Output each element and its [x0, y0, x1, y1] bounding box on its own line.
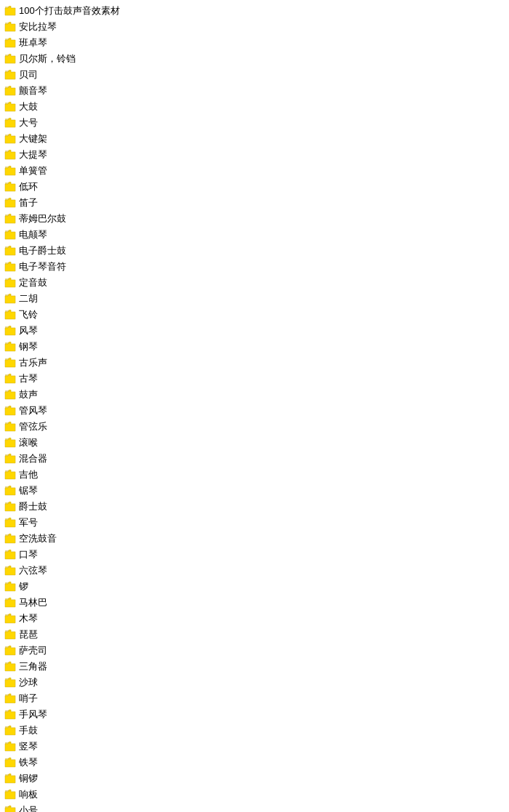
tree-folder-item[interactable]: 琵琶 — [0, 627, 509, 643]
tree-folder-item[interactable]: 大提琴 — [0, 147, 509, 163]
tree-folder-item[interactable]: 萨壳司 — [0, 643, 509, 659]
tree-folder-item[interactable]: 笛子 — [0, 195, 509, 211]
folder-icon — [4, 102, 16, 112]
folder-icon — [4, 662, 16, 672]
tree-folder-item[interactable]: 小号 — [0, 803, 509, 812]
folder-icon — [4, 710, 16, 720]
folder-icon — [4, 454, 16, 464]
item-label: 电子爵士鼓 — [19, 244, 66, 257]
item-label: 颤音琴 — [19, 84, 47, 97]
tree-folder-item[interactable]: 蒂姆巴尔鼓 — [0, 211, 509, 227]
folder-icon — [4, 438, 16, 448]
tree-folder-item[interactable]: 安比拉琴 — [0, 19, 509, 35]
tree-folder-item[interactable]: 电子琴音符 — [0, 259, 509, 275]
item-label: 铜锣 — [19, 772, 38, 785]
folder-icon — [4, 342, 16, 352]
folder-icon — [4, 470, 16, 480]
folder-icon — [4, 757, 16, 768]
item-label: 哨子 — [19, 692, 38, 705]
tree-folder-item[interactable]: 鼓声 — [0, 387, 509, 403]
folder-icon — [4, 262, 16, 272]
tree-folder-item[interactable]: 混合器 — [0, 451, 509, 467]
tree-folder-item[interactable]: 定音鼓 — [0, 275, 509, 291]
item-label: 100个打击鼓声音效素材 — [19, 4, 120, 17]
item-label: 管风琴 — [19, 404, 47, 417]
tree-folder-item[interactable]: 电颠琴 — [0, 227, 509, 243]
tree-folder-item[interactable]: 大号 — [0, 115, 509, 131]
tree-folder-item[interactable]: 低环 — [0, 179, 509, 195]
tree-folder-item[interactable]: 竖琴 — [0, 739, 509, 755]
tree-folder-item[interactable]: 单簧管 — [0, 163, 509, 179]
folder-icon — [4, 198, 16, 208]
folder-icon — [4, 614, 16, 624]
folder-icon — [4, 773, 16, 784]
tree-folder-item[interactable]: 滚喉 — [0, 435, 509, 451]
item-label: 马林巴 — [19, 596, 47, 609]
tree-folder-item[interactable]: 吉他 — [0, 467, 509, 483]
item-label: 爵士鼓 — [19, 500, 47, 513]
tree-root-item[interactable]: 100个打击鼓声音效素材 — [0, 3, 509, 19]
tree-folder-item[interactable]: 爵士鼓 — [0, 499, 509, 515]
folder-icon — [4, 118, 16, 128]
item-label: 大号 — [19, 116, 38, 129]
tree-folder-item[interactable]: 铜锣 — [0, 771, 509, 787]
tree-folder-item[interactable]: 管弦乐 — [0, 419, 509, 435]
item-label: 小号 — [19, 804, 38, 812]
item-label: 混合器 — [19, 452, 47, 465]
tree-folder-item[interactable]: 大键架 — [0, 131, 509, 147]
item-label: 鼓声 — [19, 388, 38, 401]
item-label: 军号 — [19, 516, 38, 529]
folder-icon — [4, 678, 16, 688]
folder-icon — [4, 22, 16, 32]
item-label: 口琴 — [19, 548, 38, 561]
tree-folder-item[interactable]: 飞铃 — [0, 307, 509, 323]
tree-folder-item[interactable]: 管风琴 — [0, 403, 509, 419]
tree-folder-item[interactable]: 古琴 — [0, 371, 509, 387]
tree-folder-item[interactable]: 锣 — [0, 579, 509, 595]
tree-folder-item[interactable]: 沙球 — [0, 675, 509, 691]
tree-folder-item[interactable]: 空洗鼓音 — [0, 531, 509, 547]
folder-icon — [4, 582, 16, 592]
folder-icon — [4, 86, 16, 96]
folder-icon — [4, 214, 16, 224]
folder-icon — [4, 278, 16, 288]
tree-folder-item[interactable]: 口琴 — [0, 547, 509, 563]
item-label: 吉他 — [19, 468, 38, 481]
item-label: 沙球 — [19, 676, 38, 689]
tree-folder-item[interactable]: 木琴 — [0, 611, 509, 627]
tree-folder-item[interactable]: 贝尔斯，铃铛 — [0, 51, 509, 67]
item-label: 低环 — [19, 180, 38, 193]
tree-folder-item[interactable]: 三角器 — [0, 659, 509, 675]
tree-folder-item[interactable]: 电子爵士鼓 — [0, 243, 509, 259]
tree-folder-item[interactable]: 颤音琴 — [0, 83, 509, 99]
item-label: 定音鼓 — [19, 276, 47, 289]
tree-folder-item[interactable]: 手鼓 — [0, 723, 509, 739]
tree-folder-item[interactable]: 钢琴 — [0, 339, 509, 355]
tree-folder-item[interactable]: 军号 — [0, 515, 509, 531]
item-label: 大鼓 — [19, 100, 38, 113]
item-label: 手风琴 — [19, 708, 47, 721]
tree-folder-item[interactable]: 风琴 — [0, 323, 509, 339]
tree-folder-item[interactable]: 手风琴 — [0, 707, 509, 723]
item-label: 锣 — [19, 580, 28, 593]
tree-folder-item[interactable]: 古乐声 — [0, 355, 509, 371]
tree-folder-item[interactable]: 铁琴 — [0, 755, 509, 771]
item-label: 风琴 — [19, 324, 38, 337]
folder-icon — [4, 54, 16, 64]
folder-icon — [4, 150, 16, 160]
tree-folder-item[interactable]: 哨子 — [0, 691, 509, 707]
tree-folder-item[interactable]: 大鼓 — [0, 99, 509, 115]
tree-folder-item[interactable]: 马林巴 — [0, 595, 509, 611]
folder-icon — [4, 294, 16, 304]
tree-folder-item[interactable]: 班卓琴 — [0, 35, 509, 51]
item-label: 大键架 — [19, 132, 47, 145]
folder-icon — [4, 486, 16, 496]
tree-folder-item[interactable]: 六弦琴 — [0, 563, 509, 579]
tree-folder-item[interactable]: 响板 — [0, 787, 509, 803]
tree-folder-item[interactable]: 二胡 — [0, 291, 509, 307]
folder-icon — [4, 502, 16, 512]
folder-icon — [4, 230, 16, 240]
tree-folder-item[interactable]: 锯琴 — [0, 483, 509, 499]
item-label: 管弦乐 — [19, 420, 47, 433]
tree-folder-item[interactable]: 贝司 — [0, 67, 509, 83]
